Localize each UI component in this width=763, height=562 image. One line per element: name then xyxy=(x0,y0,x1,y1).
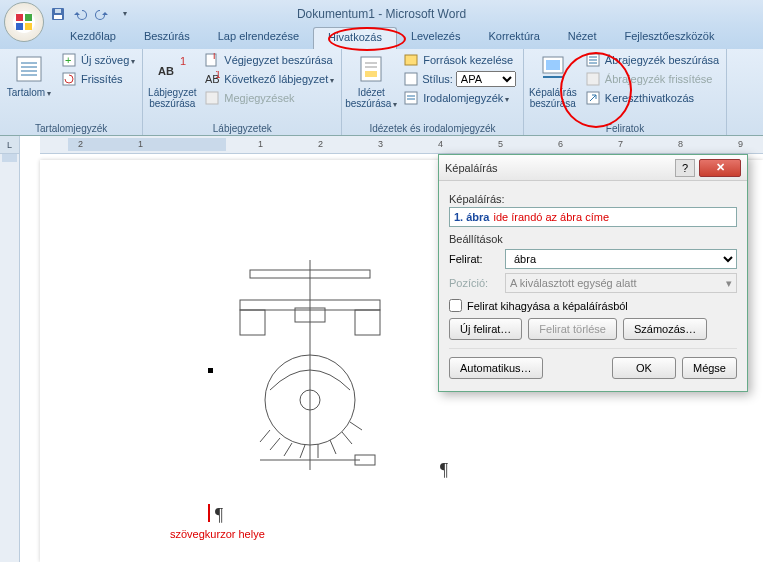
ok-button[interactable]: OK xyxy=(612,357,676,379)
footnote-icon: AB1 xyxy=(156,53,188,85)
svg-line-50 xyxy=(330,440,336,454)
exclude-label-checkbox[interactable] xyxy=(449,299,462,312)
tab-pagelayout[interactable]: Lap elrendezése xyxy=(204,27,313,49)
caption-icon xyxy=(537,53,569,85)
crossreference-button[interactable]: Kereszthivatkozás xyxy=(582,89,722,107)
redo-icon[interactable] xyxy=(94,6,110,22)
insert-caption-button[interactable]: Képaláírás beszúrása xyxy=(528,51,578,111)
tab-mailings[interactable]: Levelezés xyxy=(397,27,475,49)
options-label: Beállítások xyxy=(449,233,737,245)
add-text-icon: + xyxy=(61,52,77,68)
dialog-close-button[interactable]: ✕ xyxy=(699,159,741,177)
label-label: Felirat: xyxy=(449,253,499,265)
svg-line-47 xyxy=(284,443,292,456)
ruler-corner[interactable]: L xyxy=(0,136,20,154)
tab-insert[interactable]: Beszúrás xyxy=(130,27,204,49)
svg-rect-23 xyxy=(405,55,417,65)
svg-rect-41 xyxy=(355,310,380,335)
toc-icon xyxy=(13,53,45,85)
manage-sources-button[interactable]: Források kezelése xyxy=(400,51,519,69)
numbering-button[interactable]: Számozás… xyxy=(623,318,707,340)
insert-citation-button[interactable]: Idézet beszúrása xyxy=(346,51,396,112)
crossref-icon xyxy=(585,90,601,106)
annotation-cursor-label: szövegkurzor helye xyxy=(170,528,265,540)
bibliography-icon xyxy=(403,90,419,106)
cancel-button[interactable]: Mégse xyxy=(682,357,737,379)
horizontal-ruler[interactable]: 2 1 1 2 3 4 5 6 7 8 9 10 xyxy=(40,136,763,154)
position-label: Pozíció: xyxy=(449,277,499,289)
group-captions-label: Feliratok xyxy=(528,122,722,135)
dialog-title: Képaláírás xyxy=(445,162,675,174)
insert-footnote-button[interactable]: AB1 Lábjegyzet beszúrása xyxy=(147,51,197,111)
tab-review[interactable]: Korrektúra xyxy=(474,27,553,49)
citation-style-select[interactable]: APA xyxy=(456,71,516,87)
svg-text:1: 1 xyxy=(180,55,186,67)
office-button[interactable] xyxy=(4,2,44,42)
citation-icon xyxy=(355,53,387,85)
toc-button[interactable]: Tartalom xyxy=(4,51,54,101)
svg-text:+: + xyxy=(65,54,71,66)
update-toc-button[interactable]: Frissítés xyxy=(58,70,138,88)
refresh-icon xyxy=(61,71,77,87)
undo-icon[interactable] xyxy=(72,6,88,22)
caption-user-hint: ide írandó az ábra címe xyxy=(493,211,609,223)
svg-rect-24 xyxy=(405,73,417,85)
svg-text:AB: AB xyxy=(158,65,174,77)
insert-figurelist-button[interactable]: Ábrajegyzék beszúrása xyxy=(582,51,722,69)
figurelist-refresh-icon xyxy=(585,71,601,87)
svg-text:i: i xyxy=(213,52,215,61)
vertical-ruler[interactable] xyxy=(0,154,20,562)
ribbon-tabstrip: Kezdőlap Beszúrás Lap elrendezése Hivatk… xyxy=(0,27,763,49)
insert-endnote-button[interactable]: iVégjegyzet beszúrása xyxy=(201,51,337,69)
svg-rect-4 xyxy=(17,57,41,81)
svg-line-46 xyxy=(270,438,280,450)
show-notes-button: Megjegyzések xyxy=(201,89,337,107)
tab-home[interactable]: Kezdőlap xyxy=(56,27,130,49)
svg-line-48 xyxy=(300,445,305,458)
svg-rect-40 xyxy=(240,310,265,335)
ribbon: Tartalom +Új szöveg Frissítés Tartalomje… xyxy=(0,49,763,136)
endnote-icon: i xyxy=(204,52,220,68)
notes-icon xyxy=(204,90,220,106)
text-cursor xyxy=(208,504,210,522)
position-select: A kiválasztott egység alatt▾ xyxy=(505,273,737,293)
save-icon[interactable] xyxy=(50,6,66,22)
svg-rect-18 xyxy=(206,92,218,104)
group-toc-label: Tartalomjegyzék xyxy=(4,122,138,135)
svg-line-45 xyxy=(260,430,270,442)
label-select[interactable]: ábra xyxy=(505,249,737,269)
citation-style-row: Stílus: APA xyxy=(400,70,519,88)
svg-rect-25 xyxy=(405,92,417,104)
window-title: Dokumentum1 - Microsoft Word xyxy=(297,7,466,21)
svg-text:1: 1 xyxy=(215,71,220,80)
qat-customize-icon[interactable] xyxy=(116,6,132,22)
dialog-help-button[interactable]: ? xyxy=(675,159,695,177)
inserted-figure[interactable] xyxy=(200,260,420,480)
caption-auto-text: 1. ábra xyxy=(454,211,489,223)
update-figurelist-button: Ábrajegyzék frissítése xyxy=(582,70,722,88)
new-label-button[interactable]: Új felirat… xyxy=(449,318,522,340)
group-citations-label: Idézetek és irodalomjegyzék xyxy=(346,122,519,135)
svg-line-52 xyxy=(350,422,362,430)
svg-rect-29 xyxy=(546,60,560,70)
bibliography-button[interactable]: Irodalomjegyzék xyxy=(400,89,519,107)
caption-input[interactable]: 1. ábra ide írandó az ábra címe xyxy=(449,207,737,227)
delete-label-button: Felirat törlése xyxy=(528,318,617,340)
svg-rect-2 xyxy=(54,15,62,19)
next-footnote-button[interactable]: AB1Következő lábjegyzet xyxy=(201,70,337,88)
caption-dialog: Képaláírás ? ✕ Képaláírás: 1. ábra ide í… xyxy=(438,154,748,392)
svg-rect-35 xyxy=(587,73,599,85)
add-text-button[interactable]: +Új szöveg xyxy=(58,51,138,69)
svg-rect-19 xyxy=(361,57,381,81)
tab-references[interactable]: Hivatkozás xyxy=(313,27,397,49)
tab-view[interactable]: Nézet xyxy=(554,27,611,49)
paragraph-mark: ¶ xyxy=(215,505,223,526)
style-icon xyxy=(403,71,419,87)
autocaption-button[interactable]: Automatikus… xyxy=(449,357,543,379)
tab-developer[interactable]: Fejlesztőeszközök xyxy=(611,27,729,49)
paragraph-mark: ¶ xyxy=(440,460,448,481)
sources-icon xyxy=(403,52,419,68)
figurelist-icon xyxy=(585,52,601,68)
svg-line-51 xyxy=(342,432,352,444)
exclude-label-text: Felirat kihagyása a képaláírásból xyxy=(467,300,628,312)
